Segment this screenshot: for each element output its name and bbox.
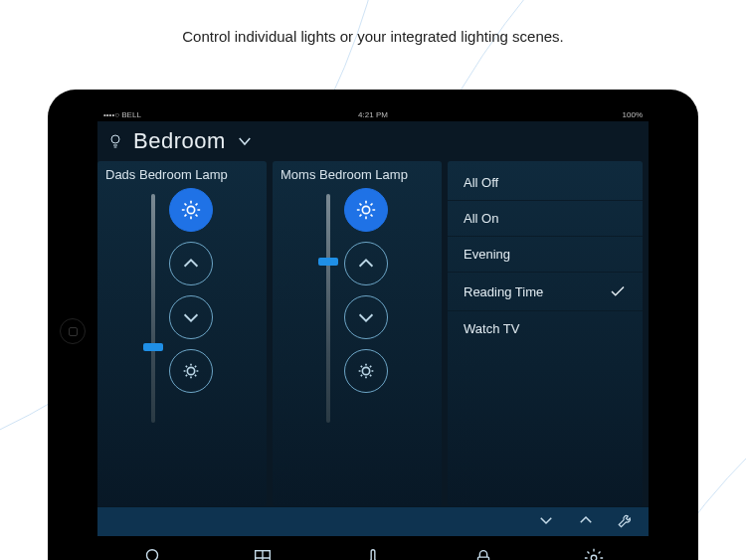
room-name: Bedroom <box>133 128 226 154</box>
tablet-frame: ••••○ BELL 4:21 PM 100% Bedroom Dads Bed… <box>48 90 698 560</box>
nav-settings[interactable] <box>582 546 606 560</box>
scene-label: All Off <box>464 175 498 190</box>
slider-thumb[interactable] <box>143 343 163 351</box>
scenes-footer <box>97 506 649 536</box>
svg-point-4 <box>362 367 369 374</box>
scenes-panel: All OffAll OnEveningReading TimeWatch TV <box>448 161 643 506</box>
status-time: 4:21 PM <box>97 110 649 119</box>
svg-point-8 <box>591 555 597 560</box>
light-off-button[interactable] <box>344 349 388 393</box>
scene-row[interactable]: Watch TV <box>448 311 643 346</box>
scene-label: Reading Time <box>464 284 543 299</box>
light-name: Dads Bedroom Lamp <box>105 167 228 182</box>
app-root: Bedroom Dads Bedroom Lamp <box>97 121 649 560</box>
check-icon <box>609 282 627 300</box>
scene-row[interactable]: Evening <box>448 237 643 273</box>
scene-row[interactable]: All Off <box>448 165 643 201</box>
brightness-up-button[interactable] <box>344 242 388 285</box>
brightness-down-button[interactable] <box>344 295 388 339</box>
scene-label: Watch TV <box>464 321 519 336</box>
tablet-screen: ••••○ BELL 4:21 PM 100% Bedroom Dads Bed… <box>97 107 649 560</box>
nav-shades[interactable] <box>251 546 275 560</box>
scene-label: All On <box>464 211 498 226</box>
scene-row[interactable]: Reading Time <box>448 273 643 311</box>
svg-point-5 <box>147 550 158 560</box>
light-off-button[interactable] <box>169 349 213 393</box>
chevron-down-icon <box>236 132 254 150</box>
tablet-home-button[interactable] <box>60 318 86 344</box>
nav-lights[interactable] <box>140 546 164 560</box>
bottom-nav <box>97 536 649 560</box>
lightbulb-icon <box>107 133 123 149</box>
brightness-slider[interactable] <box>326 194 330 423</box>
light-on-button[interactable] <box>169 188 213 232</box>
page-caption: Control individual lights or your integr… <box>0 28 746 45</box>
svg-point-1 <box>187 206 194 213</box>
nav-climate[interactable] <box>361 546 385 560</box>
scene-row[interactable]: All On <box>448 201 643 237</box>
brightness-down-button[interactable] <box>169 295 213 339</box>
svg-point-2 <box>187 367 194 374</box>
slider-thumb[interactable] <box>318 258 338 266</box>
light-panel: Moms Bedroom Lamp <box>273 161 442 506</box>
brightness-up-button[interactable] <box>169 242 213 285</box>
nav-security[interactable] <box>471 546 495 560</box>
wrench-icon[interactable] <box>617 511 635 533</box>
light-panel: Dads Bedroom Lamp <box>97 161 267 506</box>
content-area: Dads Bedroom Lamp <box>97 161 649 506</box>
light-on-button[interactable] <box>344 188 388 232</box>
room-selector[interactable]: Bedroom <box>97 121 649 161</box>
chevron-down-icon[interactable] <box>537 511 555 533</box>
chevron-up-icon[interactable] <box>577 511 595 533</box>
light-name: Moms Bedroom Lamp <box>280 167 408 182</box>
svg-point-3 <box>362 206 369 213</box>
status-bar: ••••○ BELL 4:21 PM 100% <box>97 107 649 121</box>
svg-point-0 <box>111 135 119 143</box>
brightness-slider[interactable] <box>151 194 155 423</box>
scene-label: Evening <box>464 247 510 262</box>
